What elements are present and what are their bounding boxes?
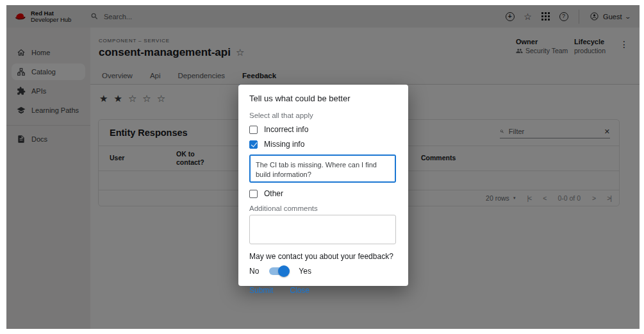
missing-info-textarea[interactable]: The CI tab is missing. Where can I find … [249,154,396,183]
option-incorrect-info[interactable]: Incorrect info [249,125,397,134]
submit-button[interactable]: Submit [249,286,273,295]
contact-toggle-row: No Yes [249,267,397,276]
contact-toggle[interactable] [269,267,288,275]
checkbox-icon[interactable] [249,190,258,198]
additional-comments-textarea[interactable] [249,215,396,244]
modal-actions: Submit Close [249,286,397,295]
toggle-yes-label: Yes [299,267,311,276]
additional-comments-label: Additional comments [249,205,397,212]
contact-question: May we contact you about your feedback? [249,252,397,261]
checkbox-icon[interactable] [249,140,258,149]
checkbox-icon[interactable] [249,126,258,134]
modal-subtitle: Select all that apply [249,112,397,119]
toggle-knob [278,265,290,277]
close-button[interactable]: Close [290,286,310,295]
toggle-no-label: No [249,267,259,276]
option-missing-info[interactable]: Missing info [249,140,397,149]
option-other[interactable]: Other [249,189,397,198]
feedback-modal: Tell us what could be better Select all … [238,85,408,286]
modal-title: Tell us what could be better [249,94,397,103]
